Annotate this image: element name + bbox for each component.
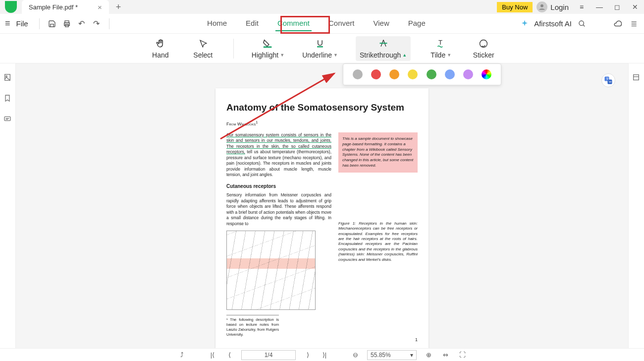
color-swatch-gray[interactable] [353, 69, 363, 79]
tool-hand[interactable]: Hand [148, 38, 173, 59]
chevron-down-icon[interactable]: ▼ [447, 53, 451, 58]
close-window-icon[interactable]: ✕ [626, 3, 644, 11]
save-icon[interactable] [47, 18, 57, 29]
document-tab[interactable]: Sample File.pdf * × [22, 0, 109, 14]
fit-page-icon[interactable]: ⛶ [457, 351, 467, 359]
svg-text:W: W [609, 80, 612, 83]
tab-title: Sample File.pdf * [29, 3, 78, 11]
print-icon[interactable] [61, 18, 72, 29]
login-button[interactable]: Login [537, 1, 569, 12]
svg-text:文: 文 [606, 77, 609, 80]
cloud-icon[interactable] [612, 18, 623, 29]
color-swatch-custom[interactable] [482, 69, 491, 79]
svg-rect-6 [264, 46, 272, 48]
list-icon[interactable]: ≣ [628, 18, 639, 29]
cursor-icon [199, 38, 208, 49]
tool-highlight[interactable]: Highlight▼ [252, 38, 284, 59]
zoom-in-icon[interactable]: ⊕ [424, 351, 433, 359]
document-canvas[interactable]: Anatomy of the Somatosensory System From… [16, 63, 628, 348]
doc-source: From Wikibooks1 [226, 120, 418, 126]
fit-width-icon[interactable]: ⇔ [440, 351, 450, 359]
redo-icon[interactable]: ↷ [91, 18, 102, 29]
svg-point-4 [579, 21, 584, 25]
hand-label: Hand [152, 51, 168, 59]
figure-diagram [226, 231, 316, 310]
avatar-icon [537, 1, 547, 12]
first-page-icon[interactable]: |⟨ [208, 351, 217, 359]
undo-icon[interactable]: ↶ [76, 18, 87, 29]
last-page-icon[interactable]: ⟩| [320, 351, 329, 359]
callout-box: This is a sample document to showcase pa… [338, 132, 418, 173]
menu-comment[interactable]: Comment [275, 16, 312, 31]
color-swatch-orange[interactable] [389, 69, 399, 79]
zoom-out-icon[interactable]: ⊖ [350, 351, 360, 359]
chevron-down-icon[interactable]: ▼ [280, 53, 284, 58]
svg-text:T: T [438, 39, 442, 46]
select-label: Select [193, 51, 213, 59]
tilde-icon: T [436, 38, 446, 49]
hand-icon [156, 38, 165, 49]
bookmark-icon[interactable] [3, 94, 12, 103]
menu-view[interactable]: View [371, 16, 391, 31]
zoom-level[interactable]: 55.85%▾ [367, 350, 417, 360]
menu-home[interactable]: Home [205, 16, 229, 31]
translate-badge-icon[interactable]: 文W [601, 73, 615, 87]
maximize-icon[interactable]: ◻ [608, 3, 626, 11]
status-bar: ⤴ |⟨ ⟨ 1/4 ⟩ ⟩| ⊖ 55.85%▾ ⊕ ⇔ ⛶ [0, 348, 644, 361]
prev-page-icon[interactable]: ⟨ [224, 351, 234, 359]
svg-point-13 [5, 76, 7, 77]
properties-panel-icon[interactable] [632, 73, 641, 82]
menu-icon[interactable]: ≡ [5, 18, 10, 29]
tool-underline[interactable]: Underline▼ [302, 38, 338, 59]
scroll-top-icon[interactable]: ⤴ [177, 351, 187, 359]
svg-rect-21 [633, 75, 639, 80]
tool-tilde[interactable]: T Tilde▼ [429, 38, 453, 59]
login-label: Login [550, 3, 569, 11]
page-indicator[interactable]: 1/4 [241, 350, 296, 360]
color-swatch-yellow[interactable] [408, 69, 418, 79]
figure-caption: Figure 1: Receptors in the human skin: M… [338, 221, 418, 262]
tool-select[interactable]: Select [191, 38, 215, 59]
body-text-2: Sensory information from Meissner corpus… [226, 192, 331, 227]
menu-edit[interactable]: Edit [244, 16, 261, 31]
thumbnails-icon[interactable] [3, 73, 12, 82]
color-swatch-red[interactable] [371, 69, 381, 79]
color-picker-popover [343, 63, 501, 85]
new-tab-button[interactable]: + [109, 2, 128, 12]
color-swatch-blue[interactable] [445, 69, 455, 79]
app-logo-icon [5, 1, 17, 13]
chevron-down-icon[interactable]: ▼ [333, 53, 338, 58]
strikethrough-icon [378, 38, 388, 49]
doc-title: Anatomy of the Somatosensory System [226, 102, 418, 113]
chevron-up-icon[interactable]: ▲ [402, 53, 407, 58]
page-number: 1 [415, 337, 418, 342]
ai-sparkle-icon [520, 19, 529, 28]
hamburger-icon[interactable]: ≡ [573, 3, 590, 11]
strikethrough-label: Strikethrough [360, 51, 401, 59]
menu-convert[interactable]: Convert [326, 16, 357, 31]
highlight-icon [263, 38, 273, 49]
color-swatch-green[interactable] [427, 69, 436, 79]
ai-label[interactable]: Afirstsoft AI [534, 19, 572, 28]
buy-now-button[interactable]: Buy Now [497, 2, 533, 12]
svg-line-5 [583, 25, 585, 26]
pdf-page: Anatomy of the Somatosensory System From… [215, 88, 429, 348]
search-icon[interactable] [577, 18, 588, 29]
comment-panel-icon[interactable] [3, 115, 12, 124]
next-page-icon[interactable]: ⟩ [303, 351, 313, 359]
close-tab-icon[interactable]: × [98, 3, 102, 11]
sticker-icon [479, 38, 488, 49]
main-menu: Home Edit Comment Convert View Page [112, 16, 520, 31]
menu-page[interactable]: Page [406, 16, 428, 31]
tool-strikethrough[interactable]: Strikethrough▲ [356, 36, 411, 61]
minimize-icon[interactable]: — [590, 3, 608, 11]
tool-sticker[interactable]: Sticker [471, 38, 496, 59]
right-sidebar [628, 63, 644, 348]
sticker-label: Sticker [473, 51, 494, 59]
color-swatch-purple[interactable] [463, 69, 473, 79]
svg-rect-7 [317, 46, 323, 48]
underline-label: Underline [302, 51, 332, 59]
subheading: Cutaneous receptors [226, 183, 331, 190]
file-menu[interactable]: File [16, 19, 28, 28]
underline-icon [315, 38, 325, 49]
